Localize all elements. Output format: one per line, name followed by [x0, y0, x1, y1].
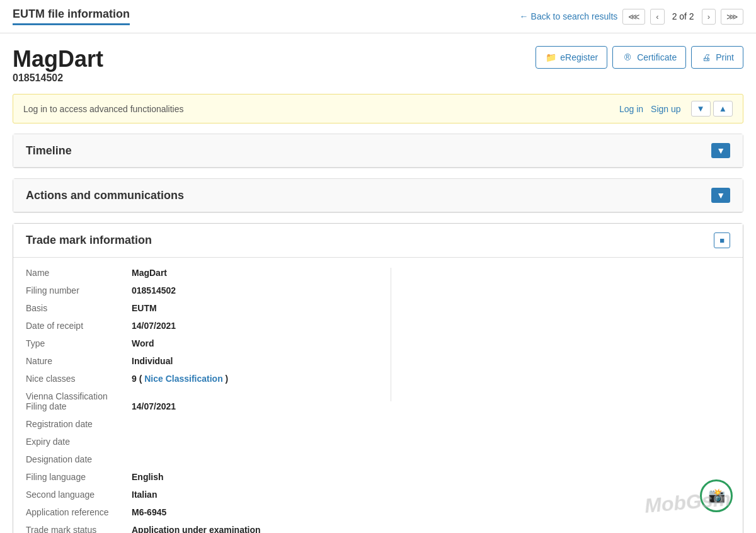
label-filing-language: Filing language: [26, 472, 127, 482]
page-counter: 2 of 2: [670, 11, 697, 21]
main-content: MagDart 018514502 📁 eRegister ® Certific…: [0, 33, 756, 533]
info-row-expiry-date: Expiry date: [26, 437, 378, 447]
action-buttons-group: 📁 eRegister ® Certificate 🖨 Print: [536, 46, 743, 69]
value-tm-status: Application under examination: [132, 525, 261, 533]
label-filing-number: Filing number: [26, 285, 127, 295]
column-divider: [391, 268, 391, 401]
actions-toggle-button[interactable]: ▼: [711, 188, 730, 203]
page-header: EUTM file information ← Back to search r…: [0, 0, 756, 33]
value-date-receipt: 14/07/2021: [132, 321, 176, 331]
info-row-designation-date: Designation date: [26, 454, 378, 464]
label-date-receipt: Date of receipt: [26, 321, 127, 331]
nice-classification-link[interactable]: Nice Classification: [144, 374, 223, 384]
prev-page-button[interactable]: ‹: [650, 9, 664, 25]
signup-link[interactable]: Sign up: [651, 104, 680, 114]
certificate-button[interactable]: ® Certificate: [612, 46, 686, 69]
label-nice-classes: Nice classes: [26, 374, 127, 384]
info-row-basis: Basis EUTM: [26, 303, 378, 313]
info-row-filing-date: Filing date 14/07/2021: [26, 401, 378, 411]
actions-title: Actions and communications: [26, 189, 184, 202]
trademark-info-header[interactable]: Trade mark information ■: [13, 224, 743, 258]
page-title: EUTM file information: [13, 8, 130, 25]
header-navigation: ← Back to search results ⋘ ‹ 2 of 2 › ⋙: [520, 9, 743, 25]
info-row-nice-classes: Nice classes 9 ( Nice Classification ): [26, 374, 378, 384]
label-app-reference: Application reference: [26, 507, 127, 517]
folder-icon: 📁: [545, 52, 556, 63]
timeline-toggle-button[interactable]: ▼: [711, 143, 730, 158]
value-filing-language: English: [132, 472, 164, 482]
actions-header[interactable]: Actions and communications ▼: [13, 179, 743, 212]
info-left-column: Name MagDart Filing number 018514502 Bas…: [26, 268, 378, 401]
value-type: Word: [132, 338, 154, 348]
timeline-title: Timeline: [26, 144, 72, 158]
login-banner: Log in to access advanced functionalitie…: [13, 94, 743, 123]
label-nature: Nature: [26, 356, 127, 366]
trademark-identity: MagDart 018514502: [13, 46, 103, 84]
label-type: Type: [26, 338, 127, 348]
value-second-language: Italian: [132, 490, 157, 500]
trademark-info-toggle-button[interactable]: ■: [714, 232, 730, 248]
info-row-type: Type Word: [26, 338, 378, 348]
collapse-buttons: ▼ ▲: [691, 101, 733, 117]
print-button[interactable]: 🖨 Print: [691, 46, 743, 69]
info-row-filing-number: Filing number 018514502: [26, 285, 378, 295]
value-basis: EUTM: [132, 303, 157, 313]
back-to-results-link[interactable]: ← Back to search results: [520, 11, 618, 21]
first-page-button[interactable]: ⋘: [622, 9, 645, 25]
trademark-number: 018514502: [13, 72, 63, 83]
camera-icon: 📸: [708, 488, 725, 504]
login-banner-actions: Log in Sign up: [619, 104, 681, 114]
last-page-button[interactable]: ⋙: [721, 9, 743, 25]
info-right-column: Filing date 14/07/2021 Registration date…: [26, 401, 378, 533]
camera-icon-circle: 📸: [700, 479, 733, 512]
value-nice-classes: 9 ( Nice Classification ): [132, 374, 228, 384]
info-row-filing-language: Filing language English: [26, 472, 378, 482]
certificate-icon: ®: [622, 52, 633, 63]
back-arrow-icon: ←: [520, 11, 529, 21]
value-app-reference: M6-6945: [132, 507, 166, 517]
trademark-info-panel: Trade mark information ■ Name MagDart Fi…: [13, 223, 743, 533]
info-row-nature: Nature Individual: [26, 356, 378, 366]
eregister-button[interactable]: 📁 eRegister: [536, 46, 607, 69]
label-vienna: Vienna Classification: [26, 391, 127, 401]
collapse-all-button[interactable]: ▼: [691, 101, 711, 117]
label-registration-date: Registration date: [26, 419, 127, 429]
label-name: Name: [26, 268, 127, 278]
value-name: MagDart: [132, 268, 167, 278]
label-basis: Basis: [26, 303, 127, 313]
value-filing-date: 14/07/2021: [132, 401, 176, 411]
expand-all-button[interactable]: ▲: [713, 101, 733, 117]
value-nature: Individual: [132, 356, 173, 366]
label-filing-date: Filing date: [26, 401, 127, 411]
trademark-title-section: MagDart 018514502 📁 eRegister ® Certific…: [13, 46, 743, 84]
info-row-date-receipt: Date of receipt 14/07/2021: [26, 321, 378, 331]
trademark-info-title: Trade mark information: [26, 234, 152, 247]
label-designation-date: Designation date: [26, 454, 127, 464]
info-row-app-reference: Application reference M6-6945: [26, 507, 378, 517]
label-tm-status: Trade mark status: [26, 525, 127, 533]
info-row-tm-status: Trade mark status Application under exam…: [26, 525, 378, 533]
info-row-registration-date: Registration date: [26, 419, 378, 429]
label-expiry-date: Expiry date: [26, 437, 127, 447]
trademark-info-grid: Name MagDart Filing number 018514502 Bas…: [13, 258, 743, 533]
info-row-vienna: Vienna Classification: [26, 391, 378, 401]
login-banner-text: Log in to access advanced functionalitie…: [23, 104, 184, 114]
info-row-name: Name MagDart: [26, 268, 378, 278]
actions-panel: Actions and communications ▼: [13, 178, 743, 213]
timeline-panel: Timeline ▼: [13, 134, 743, 168]
trademark-name: MagDart: [13, 46, 103, 72]
label-second-language: Second language: [26, 490, 127, 500]
trademark-info-body: Name MagDart Filing number 018514502 Bas…: [13, 258, 743, 533]
timeline-header[interactable]: Timeline ▼: [13, 134, 743, 168]
print-icon: 🖨: [701, 52, 712, 63]
value-filing-number: 018514502: [132, 285, 176, 295]
info-row-second-language: Second language Italian: [26, 490, 378, 500]
next-page-button[interactable]: ›: [702, 9, 716, 25]
login-link[interactable]: Log in: [619, 104, 643, 114]
